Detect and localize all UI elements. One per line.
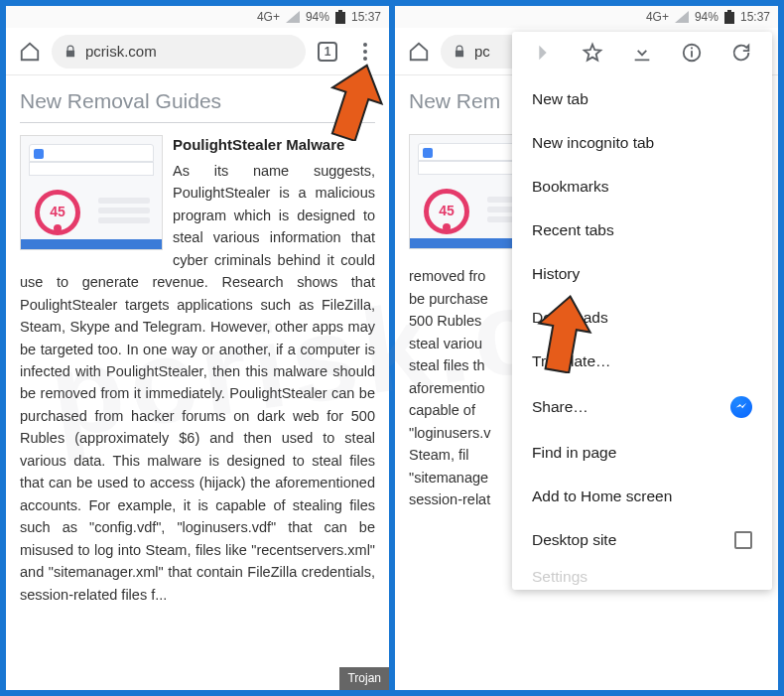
gauge-value: 45 [424, 189, 469, 234]
network-label: 4G+ [257, 10, 280, 24]
phone-right: 4G+ 94% 15:37 pc New Rem 45 [395, 6, 778, 690]
menu-new-tab[interactable]: New tab [512, 77, 772, 121]
forward-icon[interactable] [532, 42, 554, 68]
menu-button[interactable] [349, 36, 381, 68]
url-text: pc [474, 43, 490, 60]
menu-desktop-site[interactable]: Desktop site [512, 518, 772, 562]
menu-downloads[interactable]: Downloads [512, 296, 772, 340]
menu-translate[interactable]: Translate… [512, 340, 772, 383]
reload-icon[interactable] [730, 42, 752, 68]
section-heading: New Removal Guides [20, 85, 375, 123]
home-icon[interactable] [14, 36, 46, 68]
menu-recent-tabs[interactable]: Recent tabs [512, 209, 772, 252]
menu-bookmarks[interactable]: Bookmarks [512, 165, 772, 209]
network-label: 4G+ [646, 10, 669, 24]
svg-rect-0 [338, 10, 342, 12]
messenger-icon [730, 396, 752, 418]
article-thumbnail[interactable]: 45 [20, 135, 163, 250]
download-icon[interactable] [631, 42, 653, 68]
svg-rect-5 [691, 51, 693, 57]
address-bar[interactable]: pcrisk.com [52, 35, 306, 69]
signal-icon [286, 11, 300, 23]
svg-rect-6 [691, 48, 693, 50]
url-text: pcrisk.com [85, 43, 157, 60]
svg-rect-1 [335, 12, 345, 24]
kebab-icon [363, 43, 367, 61]
menu-find[interactable]: Find in page [512, 431, 772, 475]
menu-share[interactable]: Share… [512, 383, 772, 431]
home-icon[interactable] [403, 36, 435, 68]
menu-history[interactable]: History [512, 252, 772, 296]
menu-settings-cut[interactable]: Settings [512, 562, 772, 586]
toolbar: pcrisk.com 1 [6, 28, 389, 75]
lock-icon [453, 45, 466, 59]
battery-icon [335, 10, 345, 24]
tab-count: 1 [325, 45, 331, 59]
lock-icon [64, 45, 77, 59]
status-bar: 4G+ 94% 15:37 [6, 6, 389, 28]
battery-icon [724, 10, 734, 24]
clock: 15:37 [740, 10, 770, 24]
info-icon[interactable] [681, 42, 703, 68]
page-content: New Removal Guides 45 PoulightStealer Ma… [6, 75, 389, 690]
menu-incognito[interactable]: New incognito tab [512, 121, 772, 165]
status-bar: 4G+ 94% 15:37 [395, 6, 778, 28]
svg-rect-2 [727, 10, 731, 12]
overflow-menu: New tab New incognito tab Bookmarks Rece… [512, 32, 772, 590]
category-badge: Trojan [339, 667, 389, 690]
checkbox-icon[interactable] [734, 531, 752, 549]
battery-percent: 94% [695, 10, 719, 24]
clock: 15:37 [351, 10, 381, 24]
menu-add-home[interactable]: Add to Home screen [512, 475, 772, 518]
phone-left: 4G+ 94% 15:37 pcrisk.com 1 [6, 6, 389, 690]
signal-icon [675, 11, 689, 23]
star-icon[interactable] [582, 42, 603, 68]
tabs-button[interactable]: 1 [312, 36, 343, 68]
svg-rect-3 [724, 12, 734, 24]
battery-percent: 94% [306, 10, 329, 24]
gauge-value: 45 [35, 190, 80, 235]
